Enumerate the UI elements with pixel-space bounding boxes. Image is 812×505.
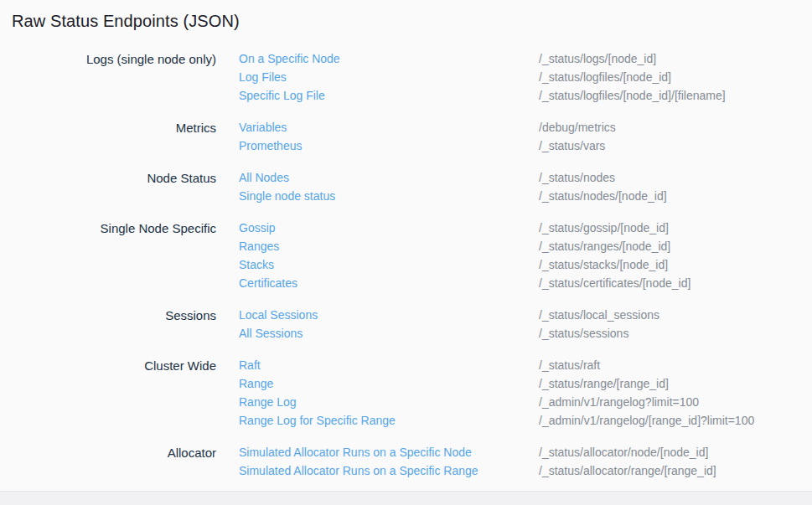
endpoint-group: Metrics Variables /debug/metrics Prometh…	[12, 118, 800, 155]
endpoint-row: Ranges /_status/ranges/[node_id]	[12, 237, 800, 255]
category-label: Sessions	[12, 308, 216, 322]
endpoint-link[interactable]: Ranges	[239, 240, 279, 253]
endpoint-row: Logs (single node only) On a Specific No…	[12, 49, 800, 68]
endpoint-row: Log Files /_status/logfiles/[node_id]	[12, 68, 800, 86]
category-label: Single Node Specific	[12, 221, 216, 235]
category-label: Allocator	[12, 446, 216, 460]
endpoint-path: /_status/certificates/[node_id]	[539, 276, 800, 290]
endpoint-path: /_status/gossip/[node_id]	[539, 221, 800, 234]
endpoint-row: Sessions Local Sessions /_status/local_s…	[12, 306, 800, 324]
endpoint-path: /_status/nodes/[node_id]	[539, 189, 800, 203]
endpoint-path: /_status/sessions	[539, 327, 800, 340]
category-label: Cluster Wide	[12, 358, 216, 373]
endpoint-path: /_status/logs/[node_id]	[539, 52, 800, 65]
endpoint-link[interactable]: On a Specific Node	[239, 52, 340, 65]
category-label: Logs (single node only)	[12, 52, 216, 66]
endpoint-row: All Sessions /_status/sessions	[12, 324, 800, 343]
endpoint-row: Range /_status/range/[range_id]	[12, 374, 800, 393]
endpoint-path: /_status/allocator/node/[node_id]	[539, 446, 800, 459]
endpoint-row: Node Status All Nodes /_status/nodes	[12, 168, 800, 187]
endpoint-link[interactable]: Range Log	[239, 395, 297, 409]
endpoint-group: Allocator Simulated Allocator Runs on a …	[12, 443, 800, 480]
endpoint-path: /_status/ranges/[node_id]	[539, 240, 800, 253]
endpoint-row: Stacks /_status/stacks/[node_id]	[12, 255, 800, 274]
endpoint-path: /_status/vars	[539, 139, 800, 152]
endpoint-row: Metrics Variables /debug/metrics	[12, 118, 800, 137]
endpoint-link[interactable]: Simulated Allocator Runs on a Specific R…	[239, 464, 478, 477]
endpoint-path: /_status/nodes	[539, 171, 800, 184]
endpoint-path: /_status/local_sessions	[539, 308, 800, 322]
endpoint-group: Cluster Wide Raft /_status/raft Range /_…	[12, 356, 800, 430]
endpoint-path: /_status/logfiles/[node_id]	[539, 70, 800, 84]
endpoint-link[interactable]: Log Files	[239, 70, 287, 84]
page-title: Raw Status Endpoints (JSON)	[12, 10, 800, 32]
endpoint-row: Range Log for Specific Range /_admin/v1/…	[12, 411, 800, 430]
footer-strip	[0, 491, 812, 505]
endpoint-link[interactable]: Range Log for Specific Range	[239, 414, 396, 427]
raw-status-endpoints-page: Raw Status Endpoints (JSON) Logs (single…	[0, 0, 812, 480]
endpoint-row: Single Node Specific Gossip /_status/gos…	[12, 219, 800, 237]
endpoint-path: /_status/raft	[539, 358, 800, 372]
endpoint-path: /_status/stacks/[node_id]	[539, 258, 800, 271]
endpoint-row: Simulated Allocator Runs on a Specific R…	[12, 461, 800, 480]
endpoint-link[interactable]: Single node status	[239, 189, 335, 203]
endpoint-row: Certificates /_status/certificates/[node…	[12, 274, 800, 292]
endpoint-path: /_admin/v1/rangelog?limit=100	[539, 395, 800, 409]
endpoint-link[interactable]: All Sessions	[239, 327, 303, 340]
endpoint-group: Single Node Specific Gossip /_status/gos…	[12, 219, 800, 292]
endpoint-path: /debug/metrics	[539, 121, 800, 134]
endpoint-path: /_admin/v1/rangelog/[range_id]?limit=100	[539, 414, 800, 427]
endpoint-link[interactable]: All Nodes	[239, 171, 289, 184]
endpoint-link[interactable]: Certificates	[239, 276, 297, 290]
endpoint-row: Specific Log File /_status/logfiles/[nod…	[12, 86, 800, 105]
endpoint-path: /_status/logfiles/[node_id]/[filename]	[539, 89, 800, 102]
endpoint-group: Sessions Local Sessions /_status/local_s…	[12, 306, 800, 343]
endpoint-group: Node Status All Nodes /_status/nodes Sin…	[12, 168, 800, 205]
endpoint-row: Range Log /_admin/v1/rangelog?limit=100	[12, 393, 800, 411]
endpoints-list: Logs (single node only) On a Specific No…	[12, 49, 800, 480]
endpoint-row: Allocator Simulated Allocator Runs on a …	[12, 443, 800, 461]
endpoint-link[interactable]: Local Sessions	[239, 308, 318, 322]
endpoint-path: /_status/allocator/range/[range_id]	[539, 464, 800, 477]
endpoint-row: Prometheus /_status/vars	[12, 137, 800, 155]
category-label: Node Status	[12, 171, 216, 185]
endpoint-link[interactable]: Gossip	[239, 221, 276, 234]
endpoint-link[interactable]: Prometheus	[239, 139, 302, 152]
endpoint-group: Logs (single node only) On a Specific No…	[12, 49, 800, 105]
endpoint-link[interactable]: Stacks	[239, 258, 274, 271]
endpoint-link[interactable]: Simulated Allocator Runs on a Specific N…	[239, 446, 472, 459]
endpoint-row: Cluster Wide Raft /_status/raft	[12, 356, 800, 374]
endpoint-link[interactable]: Variables	[239, 121, 287, 134]
category-label: Metrics	[12, 121, 216, 135]
endpoint-row: Single node status /_status/nodes/[node_…	[12, 187, 800, 205]
endpoint-link[interactable]: Specific Log File	[239, 89, 325, 102]
endpoint-path: /_status/range/[range_id]	[539, 377, 800, 390]
endpoint-link[interactable]: Raft	[239, 358, 261, 372]
endpoint-link[interactable]: Range	[239, 377, 273, 390]
